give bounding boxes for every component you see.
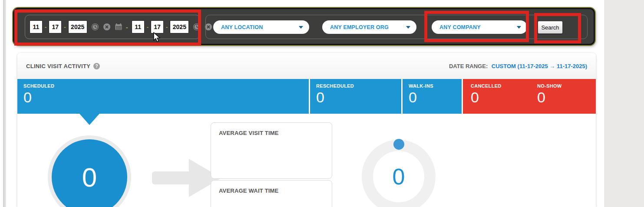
tile-label: WALK-INS (409, 83, 462, 89)
average-wait-time-card: AVERAGE WAIT TIME (211, 180, 332, 207)
date-range-label: DATE RANGE: (449, 63, 488, 69)
employer-org-dropdown[interactable]: ANY EMPLOYER ORG (322, 20, 416, 34)
scheduled-total-value: 0 (82, 162, 97, 193)
panel-header: CLINIC VISIT ACTIVITY ? DATE RANGE: CUST… (17, 53, 596, 79)
tile-label: SCHEDULED (23, 83, 309, 89)
chevron-down-icon (406, 26, 410, 29)
scheduled-pointer-icon (79, 114, 99, 125)
donut-chart: 0 (362, 140, 436, 207)
tile-value: 0 (316, 90, 401, 105)
panel-body: 0 AVERAGE VISIT TIME AVERAGE WAIT TIME 0 (17, 114, 596, 207)
window-left-edge (3, 0, 6, 207)
tile-cancelled[interactable]: CANCELLED 0 (463, 79, 529, 114)
tile-no-show[interactable]: NO-SHOW 0 (529, 79, 596, 114)
tile-scheduled[interactable]: SCHEDULED 0 (17, 79, 309, 114)
average-visit-time-card: AVERAGE VISIT TIME (211, 122, 332, 179)
tile-label: NO-SHOW (537, 83, 596, 89)
average-wait-time-label: AVERAGE WAIT TIME (219, 187, 324, 194)
scheduled-total-circle: 0 (52, 139, 127, 207)
tile-rescheduled[interactable]: RESCHEDULED 0 (310, 79, 401, 114)
location-dropdown[interactable]: ANY LOCATION (213, 20, 309, 34)
employer-org-dropdown-label: ANY EMPLOYER ORG (330, 24, 389, 30)
visit-status-tiles: SCHEDULED 0 RESCHEDULED 0 WALK-INS 0 CAN… (17, 79, 596, 114)
tile-walk-ins[interactable]: WALK-INS 0 (403, 79, 462, 114)
tile-value: 0 (471, 90, 529, 105)
tile-value: 0 (23, 90, 309, 105)
scheduled-total-halo: 0 (48, 135, 131, 207)
clinic-visit-activity-panel: CLINIC VISIT ACTIVITY ? DATE RANGE: CUST… (17, 53, 596, 207)
annotation-box-dates (14, 10, 201, 46)
tile-label: CANCELLED (471, 83, 529, 89)
chevron-down-icon (299, 26, 303, 29)
average-visit-time-label: AVERAGE VISIT TIME (219, 130, 324, 136)
annotation-box-company (424, 11, 529, 42)
location-dropdown-label: ANY LOCATION (221, 24, 263, 30)
mouse-cursor (153, 32, 162, 43)
help-icon[interactable]: ? (93, 63, 100, 69)
tile-cancelled-noshow: CANCELLED 0 NO-SHOW 0 (463, 79, 596, 114)
donut-progress-dot (393, 139, 404, 150)
page-gutter (604, 0, 644, 207)
filters-well: ANY LOCATION ANY EMPLOYER ORG ANY COMPAN… (205, 15, 588, 39)
donut-value: 0 (393, 164, 405, 190)
date-range-value[interactable]: CUSTOM (11-17-2025 → 11-17-2025) (492, 63, 587, 69)
tile-value: 0 (409, 90, 462, 105)
tile-value: 0 (537, 90, 596, 105)
panel-title: CLINIC VISIT ACTIVITY (26, 63, 90, 69)
annotation-box-search (534, 13, 581, 43)
tile-label: RESCHEDULED (316, 83, 401, 89)
